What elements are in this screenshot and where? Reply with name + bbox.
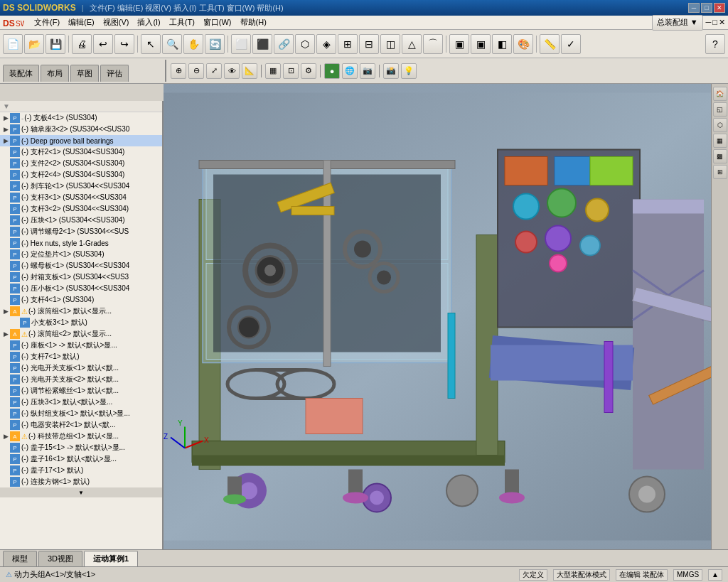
tab-3dview[interactable]: 3D视图 xyxy=(38,551,82,566)
ref-geom-btn[interactable]: △ xyxy=(402,34,422,54)
tab-sketch[interactable]: 草图 xyxy=(70,65,99,82)
tree-item-25[interactable]: P (-) 压块3<1> 默认<默认>显... xyxy=(0,397,162,408)
tree-item-5[interactable]: P (-) 支杆2<4> (SUS304<SUS304) xyxy=(0,169,162,180)
assembly-mode-btn[interactable]: 总装配组 ▼ xyxy=(652,15,703,31)
menu-file[interactable]: 文件(F) xyxy=(30,16,64,29)
menu-window[interactable]: 窗口(W) xyxy=(199,16,236,29)
tree-item-30[interactable]: P (-) 盖子16<1> 默认<默认>显... xyxy=(0,453,162,465)
menu-help[interactable]: 帮助(H) xyxy=(236,16,271,29)
tab-evaluate[interactable]: 评估 xyxy=(100,65,129,82)
close-button[interactable]: ✕ xyxy=(714,3,725,13)
lights-btn[interactable]: 💡 xyxy=(401,63,417,79)
tree-item-17[interactable]: ▶ A ⚠ (-) 滚筒组<1> 默认<显示... xyxy=(0,306,162,317)
zoom-box-btn[interactable]: ⤢ xyxy=(206,63,222,79)
maximize-button[interactable]: □ xyxy=(701,3,712,13)
view-angle-btn[interactable]: 📐 xyxy=(242,63,257,79)
menu-insert[interactable]: 插入(I) xyxy=(133,16,164,29)
print-btn[interactable]: 🖨 xyxy=(72,34,92,54)
tree-item-0[interactable]: ▶ P - (-) 支板4<1> (SUS304) xyxy=(0,112,162,124)
tree-item-2[interactable]: ▶ P (-) Deep groove ball bearings xyxy=(0,135,162,146)
tree-item-20[interactable]: P (-) 座板<1> -> 默认<默认>显... xyxy=(0,340,162,351)
mate-btn[interactable]: 🔗 xyxy=(274,34,294,54)
tree-item-4[interactable]: P (-) 支件2<2> (SUS304<SUS304) xyxy=(0,158,162,169)
minimize-button[interactable]: ─ xyxy=(688,3,700,13)
open-btn[interactable]: 📂 xyxy=(24,34,44,54)
save-btn[interactable]: 💾 xyxy=(46,34,65,54)
pan-btn[interactable]: ✋ xyxy=(183,34,203,54)
zoom-fit-btn[interactable]: ⊕ xyxy=(171,63,186,79)
zoom-in-btn[interactable]: ⊖ xyxy=(188,63,204,79)
tree-item-6[interactable]: P (-) 刹车轮<1> (SUS304<<SUS304 xyxy=(0,180,162,192)
tree-item-10[interactable]: P (-) 调节螺母2<1> (SUS304<<SUS xyxy=(0,226,162,237)
align-btn[interactable]: ⊞ xyxy=(338,34,358,54)
color-btn[interactable]: 🎨 xyxy=(513,34,533,54)
menu-view[interactable]: 视图(V) xyxy=(99,16,134,29)
tree-item-31[interactable]: P (-) 盖子17<1> 默认) xyxy=(0,465,162,476)
display-2-btn[interactable]: ▩ xyxy=(713,149,727,163)
shade-btn[interactable]: ▣ xyxy=(471,34,491,54)
pattern-btn[interactable]: ◫ xyxy=(380,34,400,54)
tree-item-3[interactable]: P (-) 支杆2<1> (SUS304<SUS304) xyxy=(0,146,162,158)
undo-btn[interactable]: ↩ xyxy=(93,34,113,54)
menu-tools[interactable]: 工具(T) xyxy=(165,16,199,29)
tree-item-28[interactable]: ▶ A ⚠ (-) 科技带总组<1> 默认<显... xyxy=(0,431,162,442)
3d-view-btn[interactable]: ⬡ xyxy=(713,118,727,132)
section-view-btn[interactable]: ⊡ xyxy=(283,63,299,79)
tree-item-15[interactable]: P (-) 压小板<1> (SUS304<<SUS304 xyxy=(0,283,162,294)
tree-item-7[interactable]: P (-) 支杆3<1> (SUS304<<SUS304 xyxy=(0,192,162,203)
tree-item-1[interactable]: ▶ P (-) 轴承座3<2> (SUS304<<SUS30 xyxy=(0,124,162,135)
tree-item-23[interactable]: P (-) 光电开关支板<2> 默认<默... xyxy=(0,374,162,385)
redo-btn[interactable]: ↪ xyxy=(114,34,134,54)
menu-edit[interactable]: 编辑(E) xyxy=(64,16,99,29)
eval-btn[interactable]: ✓ xyxy=(561,34,581,54)
camera-btn[interactable]: 📸 xyxy=(383,63,399,79)
smart-mate-btn[interactable]: ◈ xyxy=(316,34,336,54)
section-btn[interactable]: ◧ xyxy=(492,34,512,54)
tree-item-21[interactable]: P (-) 支杆7<1> 默认) xyxy=(0,351,162,362)
decals-btn[interactable]: 📷 xyxy=(360,63,375,79)
sub-restore-button[interactable]: □ xyxy=(712,18,717,27)
tree-item-16[interactable]: P (-) 支杆4<1> (SUS304) xyxy=(0,294,162,306)
home-view-btn[interactable]: 🏠 xyxy=(713,87,727,101)
view-settings-btn[interactable]: ⚙ xyxy=(301,63,316,79)
select-btn[interactable]: ↖ xyxy=(141,34,161,54)
tree-item-18[interactable]: P 小支板3<1> 默认) xyxy=(0,317,162,328)
mirror-btn[interactable]: ⊟ xyxy=(359,34,379,54)
sub-minimize-button[interactable]: ─ xyxy=(706,18,712,27)
view-selector-btn[interactable]: ◱ xyxy=(713,102,727,117)
new-btn[interactable]: 📄 xyxy=(3,34,23,54)
measure-btn[interactable]: 📏 xyxy=(540,34,560,54)
scroll-down-btn[interactable]: ▼ xyxy=(0,487,162,497)
tab-motion[interactable]: 运动算例1 xyxy=(84,551,138,566)
help-search-btn[interactable]: ? xyxy=(705,34,725,54)
tab-model[interactable]: 模型 xyxy=(3,551,37,566)
tree-item-13[interactable]: P (-) 螺母板<1> (SUS304<<SUS304 xyxy=(0,260,162,271)
tab-assembly[interactable]: 装配体 xyxy=(3,65,39,82)
view-orient-btn[interactable]: 👁 xyxy=(224,63,240,79)
feature-tree[interactable]: ▼ ▶ P - (-) 支板4<1> (SUS304) ▶ P (-) 轴承座3… xyxy=(0,101,164,582)
display-btn[interactable]: ▦ xyxy=(713,134,727,148)
status-arrow[interactable]: ▲ xyxy=(708,569,722,581)
tree-item-32[interactable]: P (-) 连接方钢<1> 默认) xyxy=(0,476,162,487)
asm-btn[interactable]: ⬛ xyxy=(252,34,272,54)
tree-item-26[interactable]: P (-) 纵封组支板<1> 默认<默认>显... xyxy=(0,408,162,419)
tree-item-11[interactable]: P (-) Hex nuts, style 1-Grades xyxy=(0,237,162,249)
tree-item-14[interactable]: P (-) 封箱支板<1> (SUS304<<SUS3 xyxy=(0,271,162,283)
zoom-btn[interactable]: 🔍 xyxy=(162,34,182,54)
more-views-btn[interactable]: ⊞ xyxy=(713,165,727,179)
move-btn[interactable]: ⬡ xyxy=(295,34,315,54)
viewport-3d[interactable]: X Y Z 🏠 ◱ ⬡ ▦ ▩ ⊞ xyxy=(164,84,728,549)
tab-layout[interactable]: 布局 xyxy=(41,65,69,82)
tree-item-29[interactable]: P (-) 盖子15<1> -> 默认<默认>显... xyxy=(0,442,162,453)
tree-item-9[interactable]: P (-) 压块<1> (SUS304<<SUS304) xyxy=(0,215,162,226)
display-style-btn[interactable]: ▦ xyxy=(265,63,281,79)
tree-item-24[interactable]: P (-) 调节松紧螺丝<1> 默认<默... xyxy=(0,385,162,397)
tree-item-8[interactable]: P (-) 支杆3<2> (SUS304<<SUS304) xyxy=(0,203,162,215)
wire-btn[interactable]: ▣ xyxy=(449,34,469,54)
curve-btn[interactable]: ⌒ xyxy=(423,34,443,54)
appearance-btn[interactable]: ● xyxy=(324,63,340,79)
scene-btn[interactable]: 🌐 xyxy=(342,63,358,79)
tree-item-27[interactable]: P (-) 电器安装杆2<1> 默认<默... xyxy=(0,419,162,431)
tree-item-12[interactable]: P (-) 定位垫片<1> (SUS304) xyxy=(0,249,162,260)
tree-item-22[interactable]: P (-) 光电开关支板<1> 默认<默... xyxy=(0,362,162,374)
